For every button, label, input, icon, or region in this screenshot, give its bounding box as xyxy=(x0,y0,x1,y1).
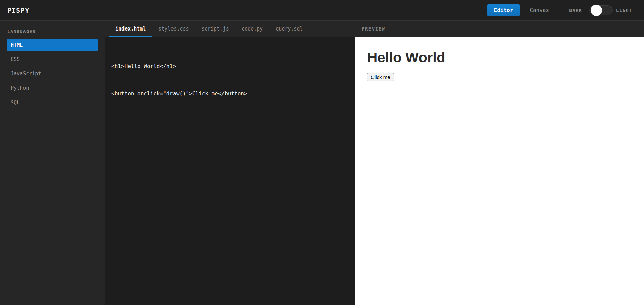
dark-mode-label: DARK xyxy=(569,8,582,13)
light-mode-label: LIGHT xyxy=(616,8,632,13)
code-editor-area[interactable]: <h1>Hello World</h1> <button onclick="dr… xyxy=(105,37,355,305)
preview-heading: Hello World xyxy=(367,50,632,66)
tab-styles-css[interactable]: styles.css xyxy=(152,21,195,37)
preview-header: PREVIEW xyxy=(355,21,644,37)
main-area: LANGUAGES HTML CSS JavaScript Python SQL… xyxy=(0,21,644,305)
preview-content: Hello World Click me xyxy=(355,37,644,305)
sidebar: LANGUAGES HTML CSS JavaScript Python SQL xyxy=(0,21,105,305)
language-list: HTML CSS JavaScript Python SQL xyxy=(7,39,98,109)
canvas-view-button[interactable]: Canvas xyxy=(530,4,549,16)
theme-toggle[interactable] xyxy=(589,5,613,15)
topbar: PISPY Editor Canvas DARK LIGHT xyxy=(0,0,644,21)
app-window: PISPY Editor Canvas DARK LIGHT LANGUAGES… xyxy=(0,0,644,305)
tab-code-py[interactable]: code.py xyxy=(235,21,269,37)
topbar-controls: Editor Canvas DARK LIGHT xyxy=(487,4,632,16)
app-logo: PISPY xyxy=(7,6,29,14)
editor-tabbar: index.html styles.css script.js code.py … xyxy=(105,21,355,37)
code-line: <button onclick="draw()">Click me</butto… xyxy=(111,89,348,98)
sidebar-languages-section: LANGUAGES HTML CSS JavaScript Python SQL xyxy=(0,21,105,116)
theme-toggle-knob xyxy=(591,5,602,16)
sidebar-item-css[interactable]: CSS xyxy=(7,53,98,66)
editor-panel: index.html styles.css script.js code.py … xyxy=(105,21,355,305)
preview-click-me-button[interactable]: Click me xyxy=(367,73,394,81)
sidebar-item-sql[interactable]: SQL xyxy=(7,96,98,109)
tab-script-js[interactable]: script.js xyxy=(195,21,235,37)
sidebar-item-javascript[interactable]: JavaScript xyxy=(7,67,98,80)
code-line: <h1>Hello World</h1> xyxy=(111,62,348,71)
topbar-divider xyxy=(564,6,564,15)
preview-panel: PREVIEW Hello World Click me xyxy=(355,21,644,305)
editor-view-button[interactable]: Editor xyxy=(487,4,521,16)
sidebar-item-html[interactable]: HTML xyxy=(7,39,98,51)
tab-index-html[interactable]: index.html xyxy=(109,21,152,37)
sidebar-item-python[interactable]: Python xyxy=(7,82,98,95)
sidebar-heading: LANGUAGES xyxy=(7,29,98,34)
tab-query-sql[interactable]: query.sql xyxy=(269,21,309,37)
